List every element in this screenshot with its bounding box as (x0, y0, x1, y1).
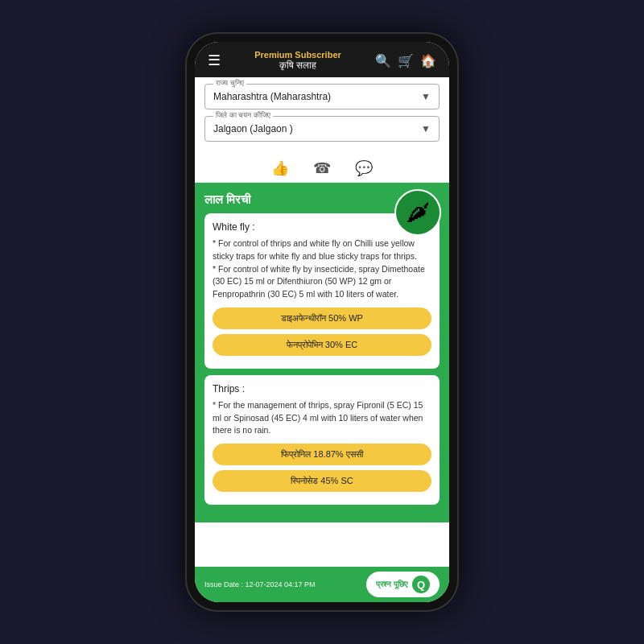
green-card: लाल मिरची 🌶 White fly : * For control of… (195, 183, 449, 522)
thrips-btn1[interactable]: फिप्रोनिल 18.87% एससी (213, 444, 431, 465)
thrips-text: * For the management of thrips, spray Fi… (213, 399, 431, 437)
header-icons: 🔍 🛒 🏠 (375, 53, 436, 68)
header-center: Premium Subscriber कृषि सलाह (227, 50, 369, 71)
thrips-card: Thrips : * For the management of thrips,… (204, 375, 440, 505)
phone-screen: ☰ Premium Subscriber कृषि सलाह 🔍 🛒 🏠 राज… (195, 42, 449, 602)
white-fly-text: * For control of thrips and white fly on… (213, 237, 431, 301)
tab-icons-row: 👍 ☎ 💬 (195, 155, 449, 183)
tab-icon-like[interactable]: 👍 (271, 159, 289, 177)
crop-emoji: 🌶 (396, 191, 440, 234)
ask-question-button[interactable]: प्रश्न पूछिए Q (366, 572, 440, 597)
white-fly-card: White fly : * For control of thrips and … (204, 213, 440, 369)
tab-icon-chat[interactable]: 💬 (355, 159, 373, 177)
issue-date: Issue Date : 12-07-2024 04:17 PM (204, 580, 316, 588)
tab-icon-phone[interactable]: ☎ (313, 159, 331, 177)
dropdowns-section: राज्य चुनिए Maharashtra (Maharashtra) ▼ … (195, 77, 449, 155)
header-premium-label: Premium Subscriber (227, 50, 369, 60)
content-area: राज्य चुनिए Maharashtra (Maharashtra) ▼ … (195, 77, 449, 567)
thrips-btn2[interactable]: स्पिनोसेड 45% SC (213, 470, 431, 492)
state-label: राज्य चुनिए (213, 79, 246, 88)
state-dropdown-wrapper: राज्य चुनिए Maharashtra (Maharashtra) ▼ (204, 84, 440, 109)
search-icon[interactable]: 🔍 (375, 53, 391, 68)
crop-image: 🌶 (394, 189, 441, 236)
phone-frame: ☰ Premium Subscriber कृषि सलाह 🔍 🛒 🏠 राज… (185, 32, 459, 612)
white-fly-btn2[interactable]: फेनप्रोपेभिन 30% EC (213, 334, 431, 356)
header-subtitle: कृषि सलाह (227, 60, 369, 71)
district-label: जिले का चयन कीजिए (213, 111, 273, 120)
ask-label: प्रश्न पूछिए (376, 580, 407, 589)
thrips-title: Thrips : (213, 383, 431, 394)
district-select[interactable]: Jalgaon (Jalgaon ) (205, 117, 439, 141)
menu-icon[interactable]: ☰ (208, 52, 221, 69)
q-icon: Q (412, 576, 430, 593)
cart-icon[interactable]: 🛒 (398, 53, 414, 68)
white-fly-btn1[interactable]: डाइअफेन्थीरॉन 50% WP (213, 308, 431, 329)
state-select[interactable]: Maharashtra (Maharashtra) (205, 85, 439, 109)
district-dropdown-wrapper: जिले का चयन कीजिए Jalgaon (Jalgaon ) ▼ (204, 116, 440, 142)
header: ☰ Premium Subscriber कृषि सलाह 🔍 🛒 🏠 (195, 42, 449, 77)
footer: Issue Date : 12-07-2024 04:17 PM प्रश्न … (195, 567, 449, 602)
home-icon[interactable]: 🏠 (420, 53, 436, 68)
